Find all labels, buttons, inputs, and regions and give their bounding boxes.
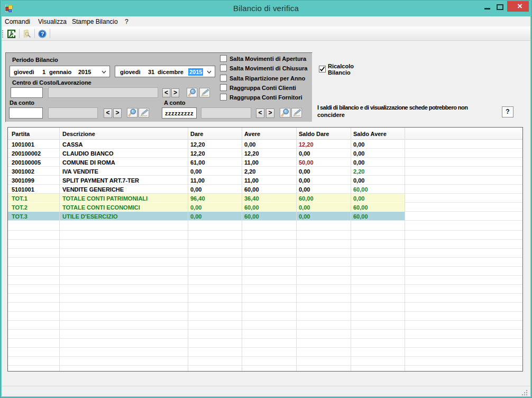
- svg-text:?: ?: [41, 31, 44, 37]
